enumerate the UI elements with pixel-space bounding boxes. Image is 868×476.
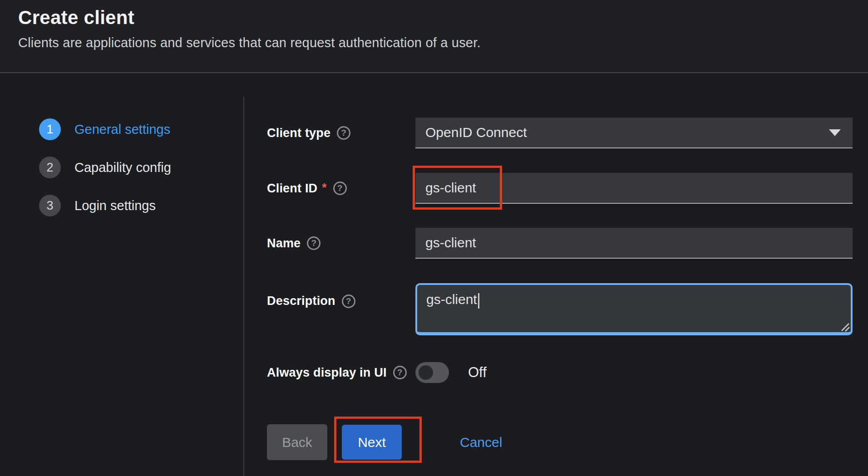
name-value: gs-client	[425, 235, 476, 250]
name-label: Name ?	[267, 236, 415, 250]
page-subtitle: Clients are applications and services th…	[18, 35, 868, 50]
wizard-step-general-settings[interactable]: 1 General settings	[39, 118, 171, 140]
step-number-badge: 1	[39, 118, 61, 140]
back-button[interactable]: Back	[267, 424, 327, 460]
step-label: Login settings	[74, 198, 156, 213]
description-label: Description ?	[267, 283, 415, 308]
always-display-label: Always display in UI ?	[267, 366, 415, 380]
resize-handle-icon[interactable]	[840, 322, 850, 332]
client-id-value: gs-client	[425, 180, 476, 196]
chevron-down-icon	[829, 129, 841, 136]
client-id-input[interactable]: gs-client	[415, 173, 853, 204]
help-icon[interactable]: ?	[307, 236, 321, 250]
wizard-step-nav: 1 General settings 2 Capability config 3…	[39, 118, 171, 233]
name-input[interactable]: gs-client	[415, 228, 853, 259]
always-display-toggle[interactable]	[415, 362, 449, 383]
wizard-actions: Back Next Cancel	[267, 424, 853, 460]
cancel-link[interactable]: Cancel	[460, 435, 502, 450]
client-id-label: Client ID * ?	[267, 182, 415, 196]
client-type-select[interactable]: OpenID Connect	[415, 118, 853, 148]
name-row: Name ? gs-client	[267, 228, 853, 259]
help-icon[interactable]: ?	[337, 126, 350, 140]
client-type-row: Client type ? OpenID Connect	[267, 118, 853, 148]
step-number-badge: 2	[39, 157, 61, 178]
always-display-row: Always display in UI ? Off	[267, 362, 853, 383]
page-title: Create client	[18, 7, 868, 28]
wizard-step-capability-config[interactable]: 2 Capability config	[39, 157, 171, 178]
general-settings-form: Client type ? OpenID Connect Client ID *…	[267, 118, 853, 460]
description-textarea[interactable]: gs-client	[415, 283, 853, 335]
wizard-divider	[243, 97, 244, 476]
help-icon[interactable]: ?	[333, 182, 347, 195]
help-icon[interactable]: ?	[342, 294, 355, 308]
text-cursor	[478, 293, 479, 309]
page-header: Create client Clients are applications a…	[0, 0, 868, 73]
next-button[interactable]: Next	[342, 425, 402, 460]
toggle-knob	[419, 365, 433, 380]
step-label: General settings	[74, 122, 170, 137]
client-id-row: Client ID * ? gs-client	[267, 173, 853, 204]
toggle-state-label: Off	[468, 364, 487, 381]
step-label: Capability config	[74, 160, 171, 175]
required-asterisk: *	[322, 181, 326, 195]
client-type-label: Client type ?	[267, 126, 415, 140]
wizard-step-login-settings[interactable]: 3 Login settings	[39, 195, 171, 216]
client-type-selected-value: OpenID Connect	[425, 125, 527, 140]
description-value: gs-client	[426, 292, 477, 307]
help-icon[interactable]: ?	[393, 366, 407, 379]
description-row: Description ? gs-client	[267, 283, 853, 335]
step-number-badge: 3	[39, 195, 61, 216]
